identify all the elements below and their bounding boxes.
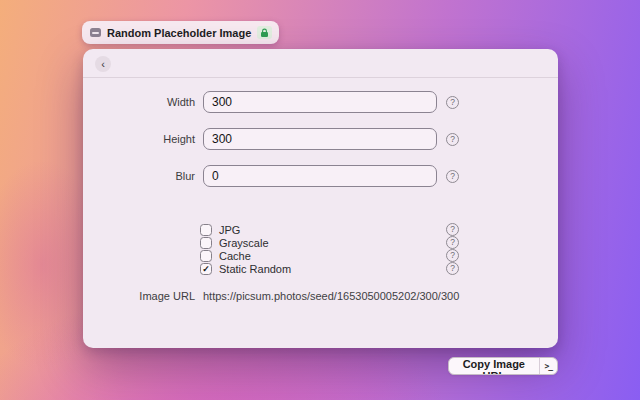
blur-input[interactable] <box>203 165 437 187</box>
grayscale-help-icon[interactable]: ? <box>446 236 459 249</box>
grayscale-label: Grayscale <box>219 237 269 249</box>
window-body: Width ? Height ? Blur ? JPG ? Grayscale … <box>83 78 558 347</box>
static-random-checkbox[interactable]: ✓ <box>200 263 212 275</box>
height-help-icon[interactable]: ? <box>446 133 459 146</box>
static-random-label: Static Random <box>219 263 291 275</box>
blur-label: Blur <box>95 170 195 182</box>
blur-help-icon[interactable]: ? <box>446 170 459 183</box>
lock-icon <box>257 26 272 39</box>
cache-label: Cache <box>219 250 251 262</box>
width-input[interactable] <box>203 91 437 113</box>
copy-image-url-button[interactable]: Copy Image URL <box>449 358 539 374</box>
grayscale-checkbox[interactable] <box>200 237 212 249</box>
app-favicon-icon <box>90 28 101 37</box>
width-label: Width <box>95 96 195 108</box>
jpg-label: JPG <box>219 224 240 236</box>
jpg-checkbox[interactable] <box>200 224 212 236</box>
static-random-help-icon[interactable]: ? <box>446 262 459 275</box>
jpg-help-icon[interactable]: ? <box>446 223 459 236</box>
footer-button-group: Copy Image URL >_ <box>448 357 558 375</box>
terminal-button[interactable]: >_ <box>539 358 557 374</box>
width-help-icon[interactable]: ? <box>446 96 459 109</box>
tab-title: Random Placeholder Image <box>107 27 251 39</box>
height-label: Height <box>95 133 195 145</box>
height-input[interactable] <box>203 128 437 150</box>
desktop-background: Random Placeholder Image ‹ Width ? Heigh… <box>0 0 640 400</box>
window-header: ‹ <box>83 49 558 78</box>
cache-checkbox[interactable] <box>200 250 212 262</box>
image-url-label: Image URL <box>95 290 195 302</box>
image-url-value: https://picsum.photos/seed/1653050005202… <box>203 290 459 302</box>
back-button[interactable]: ‹ <box>95 56 111 72</box>
app-window: ‹ Width ? Height ? Blur ? JPG ? Grayscal… <box>83 49 558 348</box>
browser-tab[interactable]: Random Placeholder Image <box>82 21 279 44</box>
cache-help-icon[interactable]: ? <box>446 249 459 262</box>
